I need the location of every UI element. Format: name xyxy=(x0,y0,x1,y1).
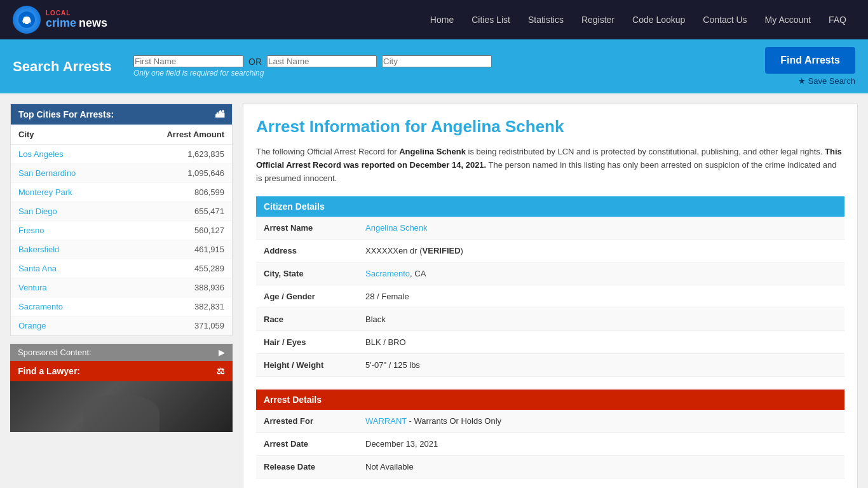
arrest-details-header: Arrest Details xyxy=(256,390,844,410)
search-hint: Only one field is required for searching xyxy=(133,69,492,78)
nav-contact[interactable]: Contact Us xyxy=(694,0,756,39)
table-row: Age / Gender 28 / Female xyxy=(256,285,844,308)
table-row: Ventura 388,936 xyxy=(11,278,232,297)
navbar: LOCAL crime news Home Cities List Statis… xyxy=(0,0,868,39)
find-lawyer-box[interactable]: Find a Lawyer: ⚖ xyxy=(10,361,233,381)
city-link[interactable]: Monterey Park xyxy=(18,187,72,197)
top-cities-header: Top Cities For Arrests: 🏙 xyxy=(11,104,232,125)
city-state-label: City, State xyxy=(256,262,358,285)
citizen-details-header: Citizen Details xyxy=(256,196,844,217)
sidebar: Top Cities For Arrests: 🏙 City Arrest Am… xyxy=(10,104,233,488)
citizen-details-table: Arrest Name Angelina Schenk Address XXXX… xyxy=(256,217,844,377)
table-row: Fresno 560,127 xyxy=(11,221,232,240)
table-row: Arrest Date December 13, 2021 xyxy=(256,433,844,456)
race-value: Black xyxy=(358,308,844,331)
last-name-input[interactable] xyxy=(267,55,377,67)
city-link[interactable]: Sacramento xyxy=(365,269,410,278)
cities-table: City Arrest Amount Los Angeles 1,623,835… xyxy=(11,125,232,336)
content-area: Arrest Information for Angelina Schenk T… xyxy=(243,104,858,488)
table-row: Address XXXXXXen dr (VERIFIED) xyxy=(256,240,844,262)
nav-cities[interactable]: Cities List xyxy=(463,0,519,39)
play-icon: ▶ xyxy=(219,348,225,357)
arrest-date-label: Arrest Date xyxy=(256,433,358,456)
top-cities-title: Top Cities For Arrests: xyxy=(18,109,114,119)
table-row: Arrested For WARRANT - Warrants Or Holds… xyxy=(256,410,844,433)
logo-local: LOCAL xyxy=(46,10,107,17)
top-cities-box: Top Cities For Arrests: 🏙 City Arrest Am… xyxy=(10,104,233,336)
table-row: Race Black xyxy=(256,308,844,331)
address-label: Address xyxy=(256,240,358,262)
city-name: Sacramento xyxy=(11,297,121,316)
nav-faq[interactable]: FAQ xyxy=(820,0,855,39)
svg-point-3 xyxy=(29,23,31,25)
logo-text: LOCAL crime news xyxy=(46,10,107,30)
city-count: 382,831 xyxy=(121,297,232,316)
city-count: 806,599 xyxy=(121,183,232,202)
warrant-link[interactable]: WARRANT xyxy=(365,416,407,426)
hair-eyes-label: Hair / Eyes xyxy=(256,331,358,354)
scales-icon: ⚖ xyxy=(217,366,225,376)
save-search-button[interactable]: ★ Save Search xyxy=(798,76,855,86)
arrest-details-table: Arrested For WARRANT - Warrants Or Holds… xyxy=(256,410,844,478)
city-name: Ventura xyxy=(11,278,121,297)
city-count: 1,623,835 xyxy=(121,145,232,164)
logo-icon xyxy=(13,6,41,34)
city-count: 371,059 xyxy=(121,316,232,336)
city-link[interactable]: Los Angeles xyxy=(18,149,64,159)
city-icon: 🏙 xyxy=(215,109,224,119)
age-gender-value: 28 / Female xyxy=(358,285,844,308)
find-arrests-button[interactable]: Find Arrests xyxy=(765,47,855,74)
table-row: Arrest Name Angelina Schenk xyxy=(256,217,844,240)
city-link[interactable]: Fresno xyxy=(18,226,44,235)
nav-code-lookup[interactable]: Code Lookup xyxy=(623,0,694,39)
nav-links: Home Cities List Statistics Register Cod… xyxy=(421,0,855,39)
arrest-date-value: December 13, 2021 xyxy=(358,433,844,456)
city-link[interactable]: San Bernardino xyxy=(18,168,76,178)
table-row: Los Angeles 1,623,835 xyxy=(11,145,232,164)
sponsored-label: Sponsored Content: xyxy=(18,348,92,357)
search-actions: Find Arrests ★ Save Search xyxy=(765,47,855,86)
city-count: 1,095,646 xyxy=(121,164,232,183)
table-row: Monterey Park 806,599 xyxy=(11,183,232,202)
city-name: Monterey Park xyxy=(11,183,121,202)
height-weight-value: 5'-07" / 125 lbs xyxy=(358,354,844,377)
arrested-for-label: Arrested For xyxy=(256,410,358,433)
nav-home[interactable]: Home xyxy=(421,0,463,39)
city-name: Santa Ana xyxy=(11,259,121,278)
city-input[interactable] xyxy=(382,55,492,67)
city-link[interactable]: Orange xyxy=(18,321,46,330)
city-link[interactable]: Sacramento xyxy=(18,302,63,311)
release-date-label: Release Date xyxy=(256,456,358,478)
inputs-row: OR xyxy=(133,55,492,67)
desc-person-name: Angelina Schenk xyxy=(399,147,466,156)
arrest-name-value: Angelina Schenk xyxy=(358,217,844,240)
nav-register[interactable]: Register xyxy=(573,0,623,39)
or-label: OR xyxy=(248,57,262,67)
city-name: Los Angeles xyxy=(11,145,121,164)
city-link[interactable]: Santa Ana xyxy=(18,264,57,273)
city-link[interactable]: San Diego xyxy=(18,207,57,216)
city-count: 388,936 xyxy=(121,278,232,297)
table-row: City, State Sacramento, CA xyxy=(256,262,844,285)
address-value: XXXXXXen dr (VERIFIED) xyxy=(358,240,844,262)
arrest-name-link[interactable]: Angelina Schenk xyxy=(365,223,428,233)
nav-statistics[interactable]: Statistics xyxy=(519,0,573,39)
search-inputs-wrapper: OR Only one field is required for search… xyxy=(133,55,492,78)
first-name-input[interactable] xyxy=(133,55,243,67)
city-name: San Diego xyxy=(11,202,121,221)
age-gender-label: Age / Gender xyxy=(256,285,358,308)
city-link[interactable]: Ventura xyxy=(18,283,47,292)
table-row: Hair / Eyes BLK / BRO xyxy=(256,331,844,354)
city-name: Orange xyxy=(11,316,121,336)
city-link[interactable]: Bakersfield xyxy=(18,245,59,254)
arrest-name-label: Arrest Name xyxy=(256,217,358,240)
city-count: 455,289 xyxy=(121,259,232,278)
svg-point-2 xyxy=(24,23,25,25)
city-name: Bakersfield xyxy=(11,240,121,259)
warrant-text: - Warrants Or Holds Only xyxy=(407,416,501,426)
col-city: City xyxy=(11,125,121,145)
address-text: XXXXXXen dr xyxy=(365,246,417,255)
logo[interactable]: LOCAL crime news xyxy=(13,6,107,34)
table-row: Bakersfield 461,915 xyxy=(11,240,232,259)
nav-account[interactable]: My Account xyxy=(756,0,820,39)
